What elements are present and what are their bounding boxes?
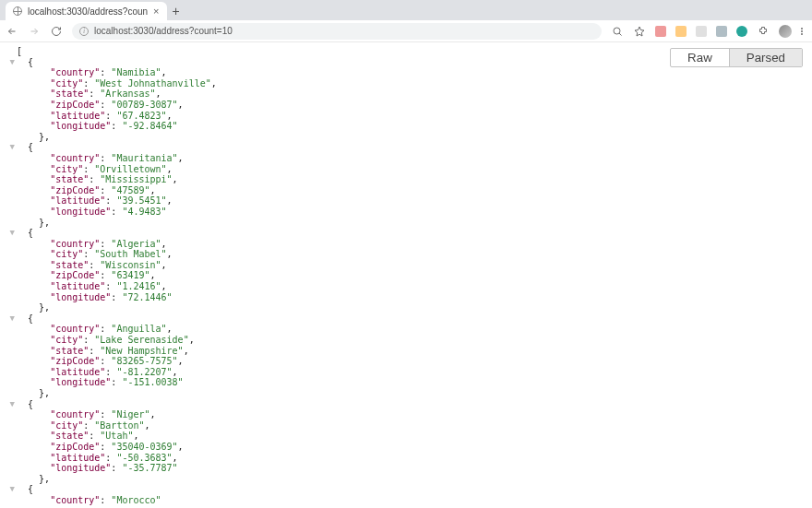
close-icon[interactable]: ×	[153, 6, 159, 17]
parsed-button[interactable]: Parsed	[729, 49, 802, 66]
collapse-toggle-icon[interactable]: ▼	[6, 228, 15, 239]
json-row: ▼ {	[6, 142, 812, 153]
json-row: "country": "Morocco"	[6, 495, 812, 506]
toolbar-right	[611, 25, 806, 38]
profile-avatar[interactable]	[779, 25, 792, 38]
url-text: localhost:3030/address?count=10	[94, 26, 233, 36]
tab-title: localhost:3030/address?coun	[28, 6, 148, 17]
json-viewer: Raw Parsed [▼ { "country": "Namibia", "c…	[0, 42, 812, 508]
collapse-toggle-icon[interactable]: ▼	[6, 142, 15, 153]
forward-button[interactable]	[28, 25, 41, 38]
json-row: "latitude": "1.2416",	[6, 281, 812, 292]
json-row: ▼ {	[6, 228, 812, 239]
json-row: "country": "Namibia",	[6, 67, 812, 78]
globe-icon	[13, 6, 22, 16]
json-row: },	[6, 302, 812, 313]
extension-icon[interactable]	[716, 26, 727, 37]
svg-point-0	[614, 28, 620, 34]
extension-icon[interactable]	[736, 26, 747, 37]
extensions-menu-icon[interactable]	[757, 25, 770, 38]
json-row: "longitude": "-151.0038"	[6, 377, 812, 388]
json-row: "state": "Mississippi",	[6, 174, 812, 185]
browser-tab[interactable]: localhost:3030/address?coun ×	[6, 2, 167, 20]
json-row: ▼ {	[6, 313, 812, 325]
json-row: "latitude": "39.5451",	[6, 195, 812, 207]
collapse-toggle-icon[interactable]: ▼	[6, 57, 15, 68]
json-row: "latitude": "-81.2207",	[6, 367, 812, 378]
json-row: "zipCode": "83265-7575",	[6, 356, 812, 367]
json-row: "zipCode": "00789-3087",	[6, 100, 812, 111]
json-row: "city": "Bartton",	[6, 420, 812, 431]
extension-icon[interactable]	[675, 26, 687, 37]
json-row: "state": "Wisconsin",	[6, 260, 812, 271]
json-row: "city": "Orvilletown",	[6, 164, 812, 175]
json-row: "state": "New Hampshire",	[6, 346, 812, 357]
json-row: "country": "Algeria",	[6, 239, 812, 250]
json-row: "state": "Utah",	[6, 431, 812, 442]
json-row: "latitude": "67.4823",	[6, 111, 812, 122]
json-row: "longitude": "4.9483"	[6, 207, 812, 218]
json-row: "longitude": "-92.8464"	[6, 121, 812, 132]
kebab-menu-icon[interactable]	[801, 28, 803, 35]
collapse-toggle-icon[interactable]: ▼	[6, 484, 15, 495]
json-row: "city": "Lake Serenaside",	[6, 335, 812, 346]
json-row: "longitude": "-35.7787"	[6, 463, 812, 474]
json-row: },	[6, 388, 812, 399]
collapse-toggle-icon[interactable]: ▼	[6, 399, 15, 410]
browser-toolbar: i localhost:3030/address?count=10	[0, 20, 812, 42]
json-row: "zipCode": "35040-0369",	[6, 442, 812, 453]
json-row: "city": "West Johnathanville",	[6, 78, 812, 89]
json-row: "longitude": "72.1446"	[6, 292, 812, 303]
json-row: },	[6, 218, 812, 229]
bookmark-icon[interactable]	[633, 25, 646, 38]
tab-strip: localhost:3030/address?coun × +	[0, 0, 812, 20]
json-row: "latitude": "-50.3683",	[6, 453, 812, 464]
json-row: ▼ {	[6, 484, 812, 495]
json-row: },	[6, 474, 812, 485]
json-row: "country": "Mauritania",	[6, 153, 812, 164]
json-row: "city": "South Mabel",	[6, 249, 812, 260]
zoom-icon[interactable]	[611, 25, 624, 38]
new-tab-button[interactable]: +	[167, 2, 185, 20]
extension-icon[interactable]	[696, 26, 707, 37]
json-row: "zipCode": "63419",	[6, 270, 812, 281]
raw-button[interactable]: Raw	[671, 49, 729, 66]
address-bar[interactable]: i localhost:3030/address?count=10	[72, 23, 602, 40]
extension-icon[interactable]	[655, 26, 666, 37]
view-toggle: Raw Parsed	[670, 48, 803, 67]
json-row: ▼ {	[6, 399, 812, 410]
json-row: },	[6, 132, 812, 143]
site-info-icon[interactable]: i	[79, 27, 89, 36]
back-button[interactable]	[6, 25, 18, 38]
json-row: "country": "Niger",	[6, 409, 812, 420]
collapse-toggle-icon[interactable]: ▼	[6, 313, 15, 325]
json-row: "state": "Arkansas",	[6, 89, 812, 100]
json-row: "country": "Anguilla",	[6, 324, 812, 335]
reload-button[interactable]	[50, 25, 63, 38]
json-row: "zipCode": "47589",	[6, 185, 812, 196]
